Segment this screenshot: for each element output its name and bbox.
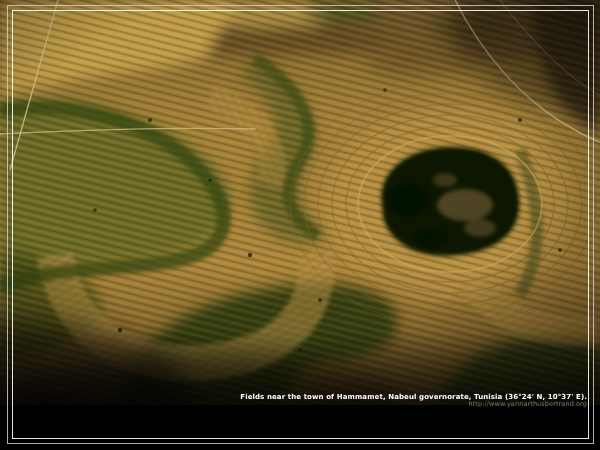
aerial-photo — [0, 0, 600, 405]
wallpaper-canvas: Fields near the town of Hammamet, Nabeul… — [0, 0, 600, 450]
vignette — [0, 0, 600, 405]
